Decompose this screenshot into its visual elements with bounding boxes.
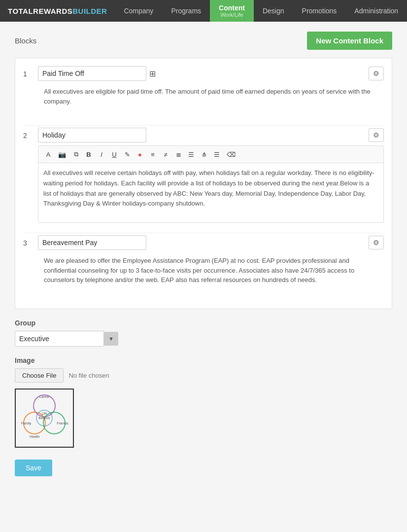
- svg-text:Health: Health: [30, 435, 39, 438]
- block-1-text: All executives are eligible for paid tim…: [38, 81, 384, 115]
- toolbar-align-left-btn[interactable]: ≡: [147, 149, 159, 160]
- navbar: TOTALREWARDSBUILDER Company Programs Con…: [0, 0, 407, 22]
- svg-text:Friends: Friends: [57, 422, 68, 425]
- save-button[interactable]: Save: [15, 460, 52, 476]
- toolbar-eraser-btn[interactable]: ⌫: [224, 149, 238, 160]
- block-3-gear-button[interactable]: ⚙: [369, 236, 384, 249]
- nav-item-company[interactable]: Company: [115, 0, 162, 22]
- new-content-block-button[interactable]: New Content Block: [307, 32, 392, 50]
- toolbar-pen-btn[interactable]: ✎: [121, 149, 133, 160]
- no-file-text: No file chosen: [68, 372, 109, 379]
- group-select-wrap: Executive Manager Employee ▼: [15, 331, 118, 347]
- block-3-content: ⚙ We are pleased to offer the Employee A…: [38, 235, 384, 291]
- nav-item-content-sub: Work/Life: [220, 12, 243, 18]
- toolbar-ordered-list-btn[interactable]: ⋔: [198, 149, 210, 160]
- toolbar-link-btn[interactable]: ⧉: [70, 148, 82, 160]
- blocks-container: 1 ⊞ ⚙ All executives are eligible for pa…: [15, 58, 392, 309]
- editor-toolbar: A 📷 ⧉ B I U ✎ ● ≡ ≠ ≣ ☰ ⋔ ☰ ⌫: [38, 146, 383, 163]
- toolbar-bold-btn[interactable]: B: [83, 149, 95, 160]
- block-3-text: We are pleased to offer the Employee Ass…: [38, 250, 384, 291]
- choose-file-button[interactable]: Choose File: [15, 368, 64, 383]
- block-row: 2 ⚙ A 📷 ⧉ B I U ✎ ● ≡: [23, 128, 384, 223]
- block-number-2: 2: [23, 128, 33, 140]
- block-1-header: ⊞ ⚙: [38, 66, 384, 81]
- block-2-editor-area[interactable]: All executives will receive certain holi…: [38, 163, 383, 222]
- block-number-1: 1: [23, 66, 33, 78]
- toolbar-align-right-btn[interactable]: ≣: [172, 149, 184, 160]
- svg-text:Life: Life: [42, 412, 47, 415]
- toolbar-italic-btn[interactable]: I: [96, 149, 107, 160]
- group-section: Group Executive Manager Employee ▼: [15, 319, 392, 347]
- nav-item-programs[interactable]: Programs: [162, 0, 210, 22]
- nav-item-content[interactable]: Content Work/Life: [210, 0, 254, 22]
- block-2-gear-button[interactable]: ⚙: [369, 128, 384, 142]
- block-row: 3 ⚙ We are pleased to offer the Employee…: [23, 235, 384, 291]
- toolbar-camera-btn[interactable]: 📷: [55, 149, 69, 160]
- block-3-header: ⚙: [38, 235, 384, 250]
- brand-name: TOTALREWARDS: [8, 7, 72, 15]
- group-label: Group: [15, 319, 392, 327]
- block-number-3: 3: [23, 235, 33, 247]
- block-2-content: ⚙ A 📷 ⧉ B I U ✎ ● ≡ ≠ ≣ ☰: [38, 128, 384, 223]
- svg-text:Balance: Balance: [38, 416, 50, 420]
- toolbar-color-btn[interactable]: ●: [134, 149, 146, 160]
- toolbar-text-btn[interactable]: A: [42, 149, 54, 160]
- block-3-title-input[interactable]: [38, 235, 146, 250]
- file-row: Choose File No file chosen: [15, 368, 392, 383]
- select-arrow-icon[interactable]: ▼: [104, 332, 118, 346]
- nav-item-promotions[interactable]: Promotions: [293, 0, 346, 22]
- image-label: Image: [15, 356, 392, 364]
- block-row: 1 ⊞ ⚙ All executives are eligible for pa…: [23, 66, 384, 115]
- nav-item-content-label: Content: [219, 4, 245, 12]
- group-select[interactable]: Executive Manager Employee: [15, 331, 104, 347]
- blocks-header: Blocks New Content Block: [15, 32, 392, 50]
- toolbar-unordered-list-btn[interactable]: ☰: [211, 149, 223, 160]
- nav-item-design[interactable]: Design: [254, 0, 293, 22]
- block-1-content: ⊞ ⚙ All executives are eligible for paid…: [38, 66, 384, 115]
- brand-highlight: BUILDER: [72, 7, 107, 15]
- block-1-title-input[interactable]: [38, 66, 146, 81]
- toolbar-align-center-btn[interactable]: ≠: [160, 149, 171, 160]
- brand-logo: TOTALREWARDSBUILDER: [0, 0, 115, 22]
- block-2-header: ⚙: [38, 128, 384, 142]
- toolbar-justify-btn[interactable]: ☰: [185, 149, 197, 160]
- image-section: Image Choose File No file chosen Career …: [15, 356, 392, 448]
- blocks-title: Blocks: [15, 36, 36, 45]
- block-2-editor: A 📷 ⧉ B I U ✎ ● ≡ ≠ ≣ ☰ ⋔ ☰ ⌫: [38, 145, 384, 223]
- block-1-gear-button[interactable]: ⚙: [369, 67, 384, 80]
- image-preview: Career Family Life Balance Friends Healt…: [15, 389, 74, 448]
- block-1-expand-icon[interactable]: ⊞: [149, 69, 156, 78]
- nav-item-administration[interactable]: Administration: [345, 0, 407, 22]
- svg-text:Career: Career: [39, 395, 50, 398]
- toolbar-underline-btn[interactable]: U: [108, 149, 120, 160]
- page-content: Blocks New Content Block 1 ⊞ ⚙ All execu…: [0, 22, 407, 532]
- svg-text:Family: Family: [21, 422, 32, 426]
- preview-svg: Career Family Life Balance Friends Healt…: [17, 391, 71, 445]
- block-2-title-input[interactable]: [38, 128, 146, 142]
